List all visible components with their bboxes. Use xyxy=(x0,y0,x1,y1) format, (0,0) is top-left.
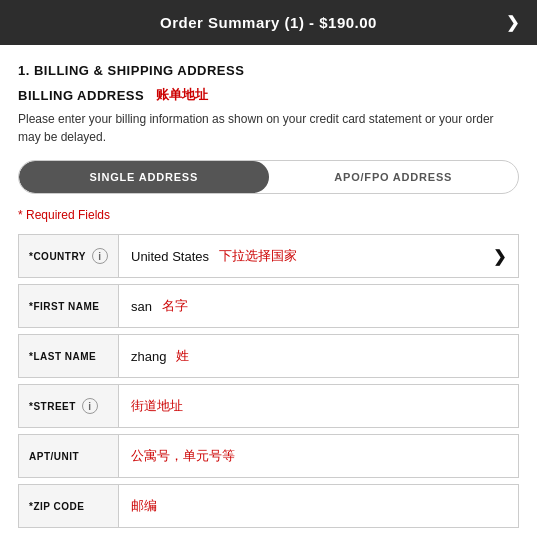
zip-code-label: *ZIP CODE xyxy=(19,485,119,527)
order-summary-chevron: ❯ xyxy=(506,13,520,32)
street-info-icon[interactable]: i xyxy=(82,398,98,414)
country-dropdown-chevron: ❯ xyxy=(493,247,506,266)
apt-unit-input[interactable]: 公寓号，单元号等 xyxy=(119,435,518,477)
country-label: *COUNTRY i xyxy=(19,235,119,277)
first-name-label: *FIRST NAME xyxy=(19,285,119,327)
apt-unit-label: APT/UNIT xyxy=(19,435,119,477)
first-name-chinese: 名字 xyxy=(162,297,188,315)
country-field-row: *COUNTRY i United States 下拉选择国家 ❯ xyxy=(18,234,519,278)
street-placeholder-chinese: 街道地址 xyxy=(131,397,183,415)
apt-unit-placeholder-chinese: 公寓号，单元号等 xyxy=(131,447,235,465)
first-name-value: san xyxy=(131,299,152,314)
last-name-chinese: 姓 xyxy=(176,347,189,365)
billing-description: Please enter your billing information as… xyxy=(18,110,519,146)
address-toggle: SINGLE ADDRESS APO/FPO ADDRESS xyxy=(18,160,519,194)
billing-address-label: BILLING ADDRESS xyxy=(18,88,144,103)
last-name-field-row: *LAST NAME zhang 姓 xyxy=(18,334,519,378)
street-input[interactable]: 街道地址 xyxy=(119,385,518,427)
country-select[interactable]: United States 下拉选择国家 ❯ xyxy=(119,235,518,277)
apt-unit-field-row: APT/UNIT 公寓号，单元号等 xyxy=(18,434,519,478)
zip-code-field-row: *ZIP CODE 邮编 xyxy=(18,484,519,528)
required-fields-note: * Required Fields xyxy=(18,208,519,222)
order-summary-title: Order Summary (1) - $190.00 xyxy=(160,14,377,31)
main-content: 1. BILLING & SHIPPING ADDRESS BILLING AD… xyxy=(0,45,537,542)
apo-fpo-address-button[interactable]: APO/FPO ADDRESS xyxy=(269,161,519,193)
zip-code-placeholder-chinese: 邮编 xyxy=(131,497,157,515)
street-field-row: *STREET i 街道地址 xyxy=(18,384,519,428)
first-name-input[interactable]: san 名字 xyxy=(119,285,518,327)
billing-header: BILLING ADDRESS 账单地址 xyxy=(18,86,519,104)
section-title: 1. BILLING & SHIPPING ADDRESS xyxy=(18,63,519,78)
first-name-field-row: *FIRST NAME san 名字 xyxy=(18,284,519,328)
country-info-icon[interactable]: i xyxy=(92,248,108,264)
last-name-value: zhang xyxy=(131,349,166,364)
country-value-english: United States xyxy=(131,249,209,264)
last-name-input[interactable]: zhang 姓 xyxy=(119,335,518,377)
order-summary-bar[interactable]: Order Summary (1) - $190.00 ❯ xyxy=(0,0,537,45)
last-name-label: *LAST NAME xyxy=(19,335,119,377)
single-address-button[interactable]: SINGLE ADDRESS xyxy=(19,161,269,193)
country-value-chinese: 下拉选择国家 xyxy=(219,247,297,265)
billing-address-chinese: 账单地址 xyxy=(156,86,208,104)
zip-code-input[interactable]: 邮编 xyxy=(119,485,518,527)
street-label: *STREET i xyxy=(19,385,119,427)
